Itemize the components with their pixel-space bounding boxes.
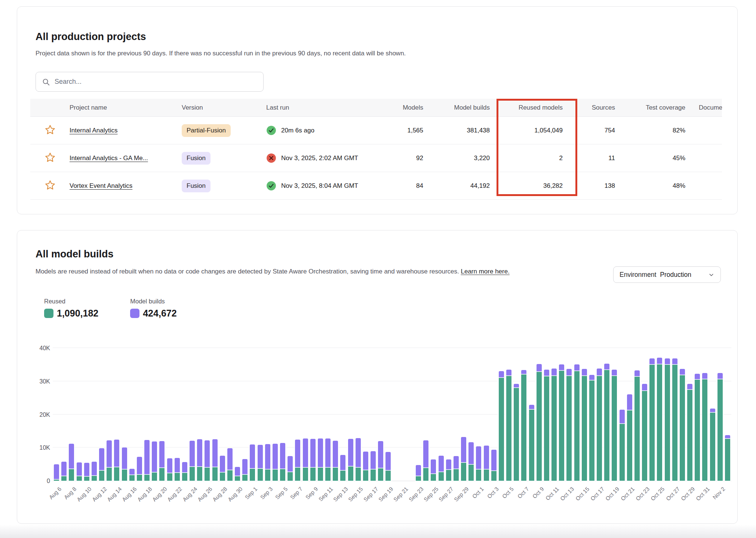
header-test-coverage: Test coverage [615,104,685,111]
bar-segment-reused [107,468,112,481]
bar-sep-7 [294,440,301,481]
bar-segment-model-builds [649,358,655,365]
bar-aug-31 [241,459,249,481]
bar-segment-model-builds [167,458,172,473]
bar-segment-reused [680,375,685,481]
bar-segment-model-builds [175,458,180,473]
x-tick-label: Sep 1 [244,486,259,501]
bar-segment-reused [310,468,316,481]
projects-table-body: Internal AnalyticsPartial-Fusion 20m 6s … [30,117,722,200]
x-tick-label: Aug 14 [106,486,123,503]
bar-segment-reused [454,469,459,481]
bar-sep-15 [354,438,362,481]
project-name-link[interactable]: Vortex Event Analytics [70,182,132,189]
bar-aug-20 [158,441,166,481]
project-name-link[interactable]: Internal Analytics - GA Me... [70,155,148,162]
status-icon-wrap [266,153,276,163]
bar-segment-model-builds [680,369,685,375]
bar-segment-reused [92,476,97,481]
star-button[interactable] [44,180,56,192]
bar-segment-model-builds [544,370,549,377]
bar-segment-reused [695,380,700,481]
bar-segment-model-builds [69,444,74,469]
bar-aug-13 [105,440,113,481]
x-tick-label: Aug 12 [90,486,108,503]
bar-sep-12 [332,441,339,481]
bar-oct-5 [505,370,513,481]
last-run-text: Nov 3, 2025, 2:02 AM GMT [281,155,358,162]
bar-sep-2 [256,445,264,481]
environment-select[interactable]: Environment Production [613,266,721,283]
bar-segment-model-builds [665,358,670,365]
bar-segment-reused [77,476,82,481]
bar-oct-7 [520,370,528,481]
table-row: Internal AnalyticsPartial-Fusion 20m 6s … [30,117,722,144]
x-tick-label: Oct 11 [544,486,560,501]
x-tick-label: Aug 10 [76,486,93,503]
bar-sep-5 [279,443,286,481]
star-button[interactable] [44,152,56,165]
bar-segment-reused [378,468,383,481]
bar-oct-18 [603,364,611,481]
version-badge: Partial-Fusion [182,124,231,137]
bar-oct-10 [543,370,550,481]
bar-segment-model-builds [672,358,677,365]
bar-segment-reused [537,372,542,481]
bar-segment-model-builds [250,444,255,469]
bar-aug-28 [219,456,226,481]
bar-segment-reused [288,472,293,481]
bar-sep-23 [415,465,422,481]
model-builds-card: All model builds Models are reused inste… [17,230,738,524]
x-tick-label: Oct 1 [471,486,485,499]
bar-sep-17 [369,451,377,481]
projects-card-title: All production projects [36,31,146,43]
bar-segment-reused [551,376,557,481]
bar-segment-model-builds [310,439,316,468]
bar-segment-reused [371,470,376,481]
x-tick-label: Oct 13 [559,486,575,502]
bar-aug-21 [166,458,173,481]
chart-legend: Reused 1,090,182 Model builds 424,672 [44,298,177,319]
bar-aug-16 [128,469,136,481]
environment-select-value: Production [660,271,691,279]
bar-segment-model-builds [634,370,640,377]
project-name-link[interactable]: Internal Analytics [70,127,118,134]
bar-segment-model-builds [717,373,723,380]
x-tick-label: Aug 6 [47,486,62,501]
x-tick-label: Sep 3 [259,486,274,501]
search-input[interactable] [55,78,257,86]
bar-segment-model-builds [657,358,662,365]
bar-segment-reused [227,470,233,481]
bar-aug-18 [143,440,151,481]
bar-segment-reused [559,371,564,481]
learn-more-link[interactable]: Learn more here. [461,268,509,275]
models-cell: 92 [375,155,423,162]
bar-segment-model-builds [431,459,436,474]
y-tick-label: 10K [40,444,50,451]
x-tick-label: Oct 7 [516,486,530,499]
table-row: Vortex Event AnalyticsFusion Nov 3, 2025… [30,172,722,200]
x-tick-label: Oct 19 [604,486,620,502]
bar-oct-3 [490,450,498,481]
reused-models-cell: 1,054,049 [490,127,563,134]
x-tick-label: Aug 22 [166,486,183,503]
bar-oct-14 [573,364,581,481]
bar-segment-model-builds [99,448,104,471]
last-run-cell: 20m 6s ago [266,125,375,135]
status-success-icon [266,125,276,135]
bar-aug-12 [98,448,105,481]
star-button[interactable] [44,124,56,137]
bar-oct-12 [558,364,565,481]
bar-oct-20 [618,410,626,481]
bar-segment-reused [258,469,263,481]
sources-cell: 11 [563,155,615,162]
bar-segment-reused [385,471,391,481]
x-tick-label: Oct 25 [649,486,666,502]
bar-nov-1 [709,409,716,481]
bar-segment-reused [159,468,165,481]
bar-segment-reused [514,388,519,481]
header-version: Version [182,104,266,111]
x-tick-label: Oct 9 [531,486,545,499]
project-name-cell: Internal Analytics - GA Me... [70,155,182,162]
bar-segment-model-builds [371,451,376,470]
